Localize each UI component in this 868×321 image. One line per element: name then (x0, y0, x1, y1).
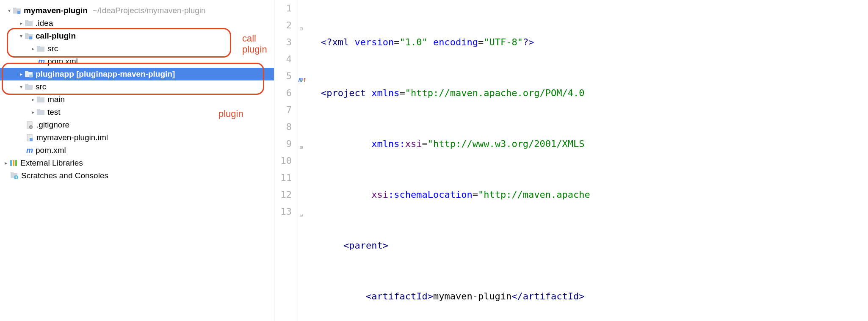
fold-gutter: ⊟ m↑ ⊟ ⊟ ⊟ (298, 0, 308, 321)
tree-row-scratches[interactable]: Scratches and Consoles (0, 169, 274, 182)
tree-label: main (47, 95, 65, 104)
tree-label: pom.xml (36, 146, 66, 155)
svg-rect-12 (29, 75, 32, 77)
module-icon (25, 32, 33, 40)
svg-rect-14 (25, 84, 28, 86)
tree-row-pom[interactable]: m pom.xml (0, 55, 274, 68)
chevron-down-icon[interactable]: ▾ (18, 33, 25, 39)
tree-row-pom[interactable]: m pom.xml (0, 144, 274, 157)
module-icon (25, 70, 33, 78)
fold-open-icon[interactable]: ⊟ (300, 207, 303, 224)
maven-icon: m (25, 146, 34, 155)
tree-row-main[interactable]: ▸ main (0, 93, 274, 106)
tree-row-idea[interactable]: ▸ .idea (0, 17, 274, 30)
tree-row-pluginapp[interactable]: ▸ pluginapp [pluginapp-maven-plugin] (0, 68, 274, 80)
svg-rect-11 (25, 71, 28, 73)
folder-icon (25, 83, 33, 91)
svg-rect-25 (13, 160, 14, 166)
file-icon (25, 121, 34, 129)
tree-row-root[interactable]: ▾ mymaven-plugin ~/IdeaProjects/mymaven-… (0, 4, 274, 17)
tree-row-call-plugin[interactable]: ▾ call-plugin (0, 30, 274, 42)
tree-label: mymaven-plugin (24, 6, 88, 15)
tree-label: src (36, 82, 46, 91)
tree-label: .idea (36, 19, 53, 28)
tree-label: test (47, 108, 61, 117)
library-icon (9, 159, 18, 167)
chevron-right-icon[interactable]: ▸ (30, 97, 36, 102)
tree-row-src[interactable]: ▸ src (0, 42, 274, 55)
chevron-down-icon[interactable]: ▾ (6, 8, 13, 14)
folder-icon (36, 96, 45, 103)
svg-rect-28 (11, 172, 14, 174)
chevron-right-icon[interactable]: ▸ (18, 20, 25, 26)
svg-rect-18 (37, 109, 40, 111)
svg-rect-26 (15, 160, 17, 166)
code-content[interactable]: <?xml version="1.0" encoding="UTF-8"?> <… (308, 0, 590, 321)
folder-icon (36, 108, 45, 116)
folder-icon (25, 19, 33, 27)
scratches-icon (10, 172, 19, 180)
svg-rect-4 (25, 20, 28, 22)
tree-label: .gitignore (36, 120, 69, 130)
tree-label: call-plugin (36, 31, 76, 41)
tree-label: pluginapp [pluginapp-maven-plugin] (36, 69, 175, 79)
folder-icon (36, 45, 45, 53)
tree-label: External Libraries (20, 158, 83, 168)
tree-label: Scratches and Consoles (21, 171, 108, 180)
svg-rect-23 (30, 138, 33, 141)
chevron-right-icon[interactable]: ▸ (30, 109, 36, 115)
svg-rect-7 (29, 36, 32, 39)
svg-rect-9 (37, 46, 40, 47)
module-icon (13, 7, 21, 14)
tree-label: pom.xml (47, 57, 78, 66)
tree-path: ~/IdeaProjects/mymaven-plugin (93, 6, 206, 15)
chevron-right-icon[interactable]: ▸ (30, 46, 36, 52)
line-number-gutter: 1 2 3 4 5 6 7 8 9 10 11 12 13 (274, 0, 298, 321)
tree-row-gitignore[interactable]: .gitignore (0, 119, 274, 131)
tree-row-src[interactable]: ▾ src (0, 80, 274, 93)
tree-row-external-libraries[interactable]: ▸ External Libraries (0, 157, 274, 169)
tree-row-test[interactable]: ▸ test (0, 106, 274, 119)
svg-rect-24 (10, 160, 12, 166)
svg-rect-2 (17, 11, 20, 14)
chevron-right-icon[interactable]: ▸ (3, 160, 9, 166)
chevron-down-icon[interactable]: ▾ (18, 84, 25, 90)
fold-open-icon[interactable]: ⊟ (300, 71, 303, 88)
project-tree: ▾ mymaven-plugin ~/IdeaProjects/mymaven-… (0, 0, 274, 321)
tree-label: mymaven-plugin.iml (36, 133, 108, 142)
svg-rect-1 (13, 8, 17, 9)
svg-rect-16 (37, 97, 40, 98)
svg-rect-6 (25, 33, 28, 35)
fold-close-icon[interactable]: ⊟ (300, 139, 303, 156)
code-editor[interactable]: 1 2 3 4 5 6 7 8 9 10 11 12 13 ⊟ m↑ ⊟ ⊟ ⊟… (274, 0, 868, 321)
fold-open-icon[interactable]: ⊟ (300, 20, 303, 37)
maven-icon: m (37, 57, 46, 66)
svg-rect-21 (30, 127, 32, 127)
tree-label: src (47, 44, 58, 53)
chevron-right-icon[interactable]: ▸ (18, 71, 25, 77)
file-icon (25, 134, 34, 141)
tree-row-iml[interactable]: mymaven-plugin.iml (0, 131, 274, 144)
